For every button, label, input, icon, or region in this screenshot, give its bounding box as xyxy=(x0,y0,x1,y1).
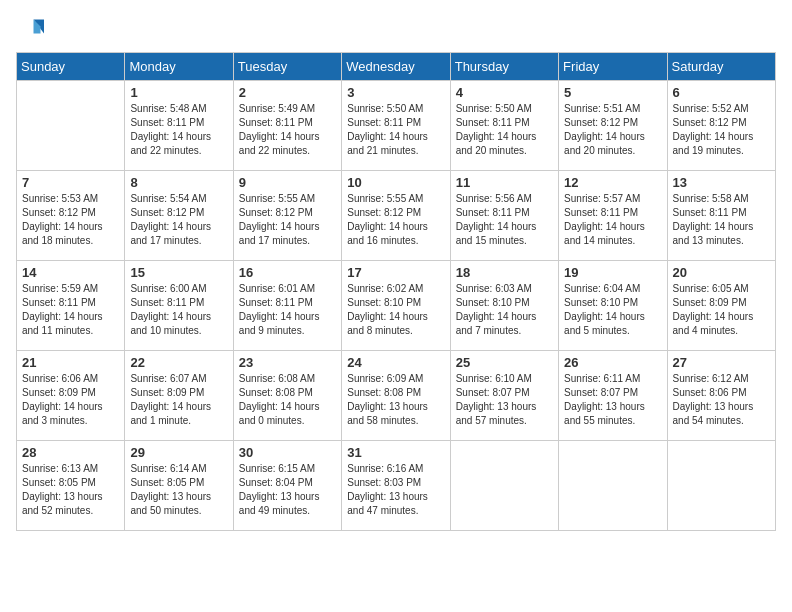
calendar-day-cell: 28Sunrise: 6:13 AM Sunset: 8:05 PM Dayli… xyxy=(17,441,125,531)
header-row: SundayMondayTuesdayWednesdayThursdayFrid… xyxy=(17,53,776,81)
day-number: 21 xyxy=(22,355,119,370)
day-number: 17 xyxy=(347,265,444,280)
day-info: Sunrise: 5:56 AM Sunset: 8:11 PM Dayligh… xyxy=(456,192,553,248)
calendar-day-cell: 10Sunrise: 5:55 AM Sunset: 8:12 PM Dayli… xyxy=(342,171,450,261)
calendar-day-cell: 9Sunrise: 5:55 AM Sunset: 8:12 PM Daylig… xyxy=(233,171,341,261)
day-info: Sunrise: 5:55 AM Sunset: 8:12 PM Dayligh… xyxy=(347,192,444,248)
day-number: 22 xyxy=(130,355,227,370)
day-info: Sunrise: 5:54 AM Sunset: 8:12 PM Dayligh… xyxy=(130,192,227,248)
day-number: 28 xyxy=(22,445,119,460)
day-info: Sunrise: 6:12 AM Sunset: 8:06 PM Dayligh… xyxy=(673,372,770,428)
day-number: 4 xyxy=(456,85,553,100)
calendar-day-cell: 6Sunrise: 5:52 AM Sunset: 8:12 PM Daylig… xyxy=(667,81,775,171)
day-info: Sunrise: 6:08 AM Sunset: 8:08 PM Dayligh… xyxy=(239,372,336,428)
day-info: Sunrise: 6:14 AM Sunset: 8:05 PM Dayligh… xyxy=(130,462,227,518)
calendar-day-cell: 1Sunrise: 5:48 AM Sunset: 8:11 PM Daylig… xyxy=(125,81,233,171)
calendar-day-cell: 11Sunrise: 5:56 AM Sunset: 8:11 PM Dayli… xyxy=(450,171,558,261)
day-number: 30 xyxy=(239,445,336,460)
calendar-header: SundayMondayTuesdayWednesdayThursdayFrid… xyxy=(17,53,776,81)
day-info: Sunrise: 5:48 AM Sunset: 8:11 PM Dayligh… xyxy=(130,102,227,158)
header-day: Wednesday xyxy=(342,53,450,81)
calendar-week-row: 14Sunrise: 5:59 AM Sunset: 8:11 PM Dayli… xyxy=(17,261,776,351)
day-number: 12 xyxy=(564,175,661,190)
day-info: Sunrise: 5:58 AM Sunset: 8:11 PM Dayligh… xyxy=(673,192,770,248)
day-info: Sunrise: 5:52 AM Sunset: 8:12 PM Dayligh… xyxy=(673,102,770,158)
day-number: 14 xyxy=(22,265,119,280)
day-info: Sunrise: 5:53 AM Sunset: 8:12 PM Dayligh… xyxy=(22,192,119,248)
day-number: 20 xyxy=(673,265,770,280)
day-info: Sunrise: 6:10 AM Sunset: 8:07 PM Dayligh… xyxy=(456,372,553,428)
header-day: Thursday xyxy=(450,53,558,81)
day-info: Sunrise: 6:05 AM Sunset: 8:09 PM Dayligh… xyxy=(673,282,770,338)
header-day: Saturday xyxy=(667,53,775,81)
calendar-day-cell: 22Sunrise: 6:07 AM Sunset: 8:09 PM Dayli… xyxy=(125,351,233,441)
logo xyxy=(16,16,48,44)
calendar-week-row: 28Sunrise: 6:13 AM Sunset: 8:05 PM Dayli… xyxy=(17,441,776,531)
day-number: 7 xyxy=(22,175,119,190)
calendar-day-cell: 16Sunrise: 6:01 AM Sunset: 8:11 PM Dayli… xyxy=(233,261,341,351)
day-number: 15 xyxy=(130,265,227,280)
calendar-day-cell: 3Sunrise: 5:50 AM Sunset: 8:11 PM Daylig… xyxy=(342,81,450,171)
calendar-day-cell: 17Sunrise: 6:02 AM Sunset: 8:10 PM Dayli… xyxy=(342,261,450,351)
calendar-week-row: 1Sunrise: 5:48 AM Sunset: 8:11 PM Daylig… xyxy=(17,81,776,171)
day-number: 9 xyxy=(239,175,336,190)
calendar-day-cell: 12Sunrise: 5:57 AM Sunset: 8:11 PM Dayli… xyxy=(559,171,667,261)
calendar-day-cell: 5Sunrise: 5:51 AM Sunset: 8:12 PM Daylig… xyxy=(559,81,667,171)
header-day: Tuesday xyxy=(233,53,341,81)
day-number: 31 xyxy=(347,445,444,460)
day-number: 16 xyxy=(239,265,336,280)
calendar-day-cell: 8Sunrise: 5:54 AM Sunset: 8:12 PM Daylig… xyxy=(125,171,233,261)
calendar-day-cell: 31Sunrise: 6:16 AM Sunset: 8:03 PM Dayli… xyxy=(342,441,450,531)
calendar-table: SundayMondayTuesdayWednesdayThursdayFrid… xyxy=(16,52,776,531)
day-info: Sunrise: 6:03 AM Sunset: 8:10 PM Dayligh… xyxy=(456,282,553,338)
day-info: Sunrise: 6:02 AM Sunset: 8:10 PM Dayligh… xyxy=(347,282,444,338)
day-number: 10 xyxy=(347,175,444,190)
calendar-day-cell xyxy=(17,81,125,171)
day-number: 1 xyxy=(130,85,227,100)
day-info: Sunrise: 6:07 AM Sunset: 8:09 PM Dayligh… xyxy=(130,372,227,428)
page-header xyxy=(16,16,776,44)
day-info: Sunrise: 6:11 AM Sunset: 8:07 PM Dayligh… xyxy=(564,372,661,428)
calendar-day-cell: 30Sunrise: 6:15 AM Sunset: 8:04 PM Dayli… xyxy=(233,441,341,531)
day-info: Sunrise: 5:50 AM Sunset: 8:11 PM Dayligh… xyxy=(456,102,553,158)
day-info: Sunrise: 6:06 AM Sunset: 8:09 PM Dayligh… xyxy=(22,372,119,428)
day-number: 3 xyxy=(347,85,444,100)
header-day: Sunday xyxy=(17,53,125,81)
day-number: 24 xyxy=(347,355,444,370)
day-info: Sunrise: 5:59 AM Sunset: 8:11 PM Dayligh… xyxy=(22,282,119,338)
day-info: Sunrise: 6:09 AM Sunset: 8:08 PM Dayligh… xyxy=(347,372,444,428)
day-number: 6 xyxy=(673,85,770,100)
calendar-week-row: 21Sunrise: 6:06 AM Sunset: 8:09 PM Dayli… xyxy=(17,351,776,441)
day-number: 29 xyxy=(130,445,227,460)
day-number: 19 xyxy=(564,265,661,280)
calendar-day-cell: 25Sunrise: 6:10 AM Sunset: 8:07 PM Dayli… xyxy=(450,351,558,441)
calendar-day-cell: 19Sunrise: 6:04 AM Sunset: 8:10 PM Dayli… xyxy=(559,261,667,351)
calendar-day-cell xyxy=(559,441,667,531)
day-number: 25 xyxy=(456,355,553,370)
calendar-day-cell: 24Sunrise: 6:09 AM Sunset: 8:08 PM Dayli… xyxy=(342,351,450,441)
calendar-week-row: 7Sunrise: 5:53 AM Sunset: 8:12 PM Daylig… xyxy=(17,171,776,261)
day-info: Sunrise: 6:00 AM Sunset: 8:11 PM Dayligh… xyxy=(130,282,227,338)
day-info: Sunrise: 5:55 AM Sunset: 8:12 PM Dayligh… xyxy=(239,192,336,248)
day-number: 26 xyxy=(564,355,661,370)
calendar-day-cell: 4Sunrise: 5:50 AM Sunset: 8:11 PM Daylig… xyxy=(450,81,558,171)
day-info: Sunrise: 6:16 AM Sunset: 8:03 PM Dayligh… xyxy=(347,462,444,518)
day-number: 23 xyxy=(239,355,336,370)
calendar-day-cell: 27Sunrise: 6:12 AM Sunset: 8:06 PM Dayli… xyxy=(667,351,775,441)
calendar-day-cell: 29Sunrise: 6:14 AM Sunset: 8:05 PM Dayli… xyxy=(125,441,233,531)
header-day: Monday xyxy=(125,53,233,81)
calendar-day-cell xyxy=(667,441,775,531)
calendar-day-cell: 18Sunrise: 6:03 AM Sunset: 8:10 PM Dayli… xyxy=(450,261,558,351)
day-info: Sunrise: 5:50 AM Sunset: 8:11 PM Dayligh… xyxy=(347,102,444,158)
calendar-day-cell: 15Sunrise: 6:00 AM Sunset: 8:11 PM Dayli… xyxy=(125,261,233,351)
day-info: Sunrise: 5:51 AM Sunset: 8:12 PM Dayligh… xyxy=(564,102,661,158)
day-info: Sunrise: 6:15 AM Sunset: 8:04 PM Dayligh… xyxy=(239,462,336,518)
day-info: Sunrise: 5:49 AM Sunset: 8:11 PM Dayligh… xyxy=(239,102,336,158)
calendar-day-cell: 23Sunrise: 6:08 AM Sunset: 8:08 PM Dayli… xyxy=(233,351,341,441)
day-number: 11 xyxy=(456,175,553,190)
day-number: 18 xyxy=(456,265,553,280)
day-number: 2 xyxy=(239,85,336,100)
day-number: 13 xyxy=(673,175,770,190)
day-info: Sunrise: 5:57 AM Sunset: 8:11 PM Dayligh… xyxy=(564,192,661,248)
calendar-day-cell: 20Sunrise: 6:05 AM Sunset: 8:09 PM Dayli… xyxy=(667,261,775,351)
